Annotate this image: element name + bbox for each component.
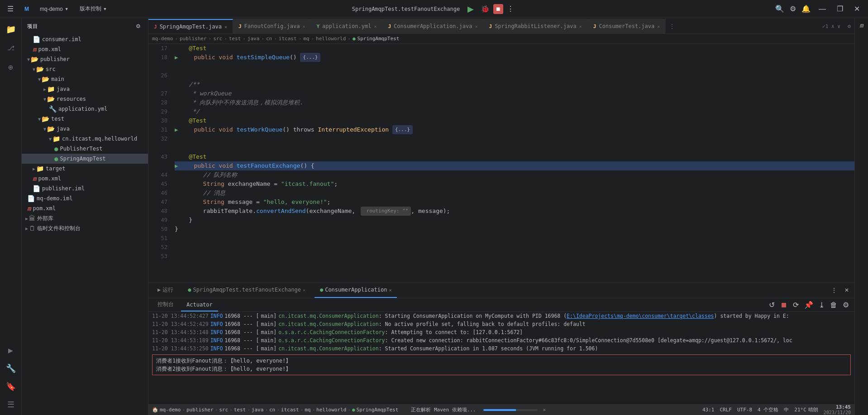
tree-item-external-libs[interactable]: ▶ 🏛 外部库 bbox=[22, 213, 148, 223]
breadcrumb-cn[interactable]: cn bbox=[266, 36, 272, 42]
vcs-menu-button[interactable]: 版本控制 ▼ bbox=[76, 3, 111, 14]
gutter-run-32[interactable]: ▶ bbox=[175, 125, 178, 134]
settings-console-button[interactable]: ⚙ bbox=[841, 299, 851, 311]
console-tab[interactable]: 控制台 bbox=[152, 298, 179, 311]
status-cancel-icon[interactable]: ✕ bbox=[543, 407, 546, 413]
bottom-tab-consumer-app[interactable]: ● ConsumerApplication ✕ bbox=[315, 283, 397, 298]
sidebar-gear-icon[interactable]: ⚙ bbox=[134, 21, 143, 31]
tree-item-scratch[interactable]: ▶ 🗒 临时文件和控制台 bbox=[22, 223, 148, 233]
tab-close-3[interactable]: ✕ bbox=[374, 24, 377, 29]
debug-button[interactable]: 🐞 bbox=[479, 3, 491, 15]
gutter-run-18[interactable]: ▶ bbox=[175, 53, 178, 62]
bottom-panel-close-button[interactable]: ✕ bbox=[843, 285, 851, 295]
tab-settings-button[interactable]: ⚙ bbox=[844, 19, 854, 33]
breadcrumb-file[interactable]: ● SpringAmqpTest bbox=[353, 36, 399, 42]
log-class-5[interactable]: cn.itcast.mq.ConsumerApplication bbox=[278, 344, 379, 353]
status-position[interactable]: 43:1 bbox=[702, 407, 715, 413]
tree-item-src[interactable]: ▼ 📂 src bbox=[22, 64, 148, 74]
activity-item-more[interactable]: ⊕ bbox=[2, 58, 20, 76]
tab-consumer-test[interactable]: J ConsumerTest.java ✕ bbox=[588, 19, 666, 33]
run-tab-close-1[interactable]: ✕ bbox=[303, 288, 305, 292]
tree-item-consumer-iml[interactable]: 📄 consumer.iml bbox=[22, 34, 148, 44]
minimize-button[interactable]: — bbox=[814, 2, 830, 16]
run-tab-close-2[interactable]: ✕ bbox=[389, 288, 391, 292]
tab-consumer-app[interactable]: J ConsumerApplication.java ✕ bbox=[382, 19, 483, 33]
status-lang[interactable]: 中 bbox=[784, 406, 789, 413]
status-line-sep[interactable]: CRLF bbox=[720, 407, 732, 413]
breadcrumb-mq-demo[interactable]: mq-demo bbox=[152, 36, 173, 42]
notification-button[interactable]: 🔔 bbox=[800, 3, 812, 15]
activity-item-run[interactable]: ▶ bbox=[2, 341, 20, 359]
bottom-panel-more-button[interactable]: ⋮ bbox=[829, 285, 839, 296]
restart-button[interactable]: ↺ bbox=[767, 299, 777, 311]
tree-item-publisher-iml[interactable]: 📄 publisher.iml bbox=[22, 184, 148, 193]
gutter-run-45[interactable]: ▶ bbox=[175, 161, 178, 170]
stop-button[interactable]: ⏹ bbox=[493, 4, 503, 14]
more-run-button[interactable]: ⋮ bbox=[505, 3, 516, 15]
activity-item-structure[interactable]: ☰ bbox=[2, 395, 20, 413]
activity-item-bookmark[interactable]: 🔖 bbox=[2, 377, 20, 395]
breadcrumb-itcast[interactable]: itcast bbox=[279, 36, 297, 42]
clear-button[interactable]: 🗑 bbox=[828, 299, 839, 311]
tree-item-publisher[interactable]: ▼ 📂 publisher bbox=[22, 54, 148, 64]
tab-pin-button[interactable]: ✓1 ∧ ∨ bbox=[819, 19, 844, 33]
tab-close-1[interactable]: ✕ bbox=[224, 24, 227, 29]
search-button[interactable]: 🔍 bbox=[773, 3, 786, 15]
activity-item-git[interactable]: ⎇ bbox=[2, 39, 20, 57]
tab-close-6[interactable]: ✕ bbox=[657, 24, 660, 29]
tree-item-pom-xml-2[interactable]: m pom.xml bbox=[22, 174, 148, 184]
breadcrumb-helloworld[interactable]: helloworld bbox=[316, 36, 346, 42]
bottom-tab-spring-fanout[interactable]: ● SpringAmqpTest.testFanoutExchange ✕ bbox=[182, 283, 311, 298]
stop-console-button[interactable]: ⏹ bbox=[778, 299, 789, 311]
log-link-1[interactable]: E:\IdeaProjects\mq-demo\consumer\target\… bbox=[567, 312, 714, 320]
tree-item-pom-xml-1[interactable]: m pom.xml bbox=[22, 44, 148, 54]
app-menu-button[interactable]: ☰ bbox=[4, 3, 17, 15]
tree-item-resources[interactable]: ▼ 📂 resources bbox=[22, 94, 148, 104]
log-class-2[interactable]: cn.itcast.mq.ConsumerApplication bbox=[278, 320, 379, 328]
tree-item-java[interactable]: ▶ 📁 java bbox=[22, 84, 148, 94]
actuator-tab[interactable]: Actuator bbox=[181, 298, 218, 311]
pin-tab-button[interactable]: 📌 bbox=[802, 299, 815, 311]
run-button[interactable]: ▶ bbox=[464, 3, 477, 15]
tab-close-2[interactable]: ✕ bbox=[302, 24, 305, 29]
tab-spring-rabbit[interactable]: J SpringRabbitListener.java ✕ bbox=[484, 19, 588, 33]
scroll-end-button[interactable]: ⤓ bbox=[817, 299, 826, 311]
tab-close-5[interactable]: ✕ bbox=[579, 24, 582, 29]
close-button[interactable]: ✕ bbox=[849, 2, 864, 16]
status-encoding[interactable]: UTF-8 bbox=[737, 407, 752, 413]
tree-item-cn-package[interactable]: ▼ 📁 cn.itcast.mq.helloworld bbox=[22, 134, 148, 144]
tree-item-publisher-test[interactable]: ● PublisherTest bbox=[22, 144, 148, 154]
log-class-3[interactable]: o.s.a.r.c.CachingConnectionFactory bbox=[278, 328, 385, 336]
activity-item-debug2[interactable]: 🔧 bbox=[2, 359, 20, 377]
project-menu-button[interactable]: mq-demo ▼ bbox=[36, 4, 72, 14]
breadcrumb-src[interactable]: src bbox=[213, 36, 222, 42]
tree-item-target[interactable]: ▶ 📁 target bbox=[22, 164, 148, 174]
tab-application-yml[interactable]: Y application.yml ✕ bbox=[311, 19, 382, 33]
tab-spring-amqp[interactable]: J SpringAmqpTest.java ✕ bbox=[148, 19, 233, 33]
tree-item-pom-xml-3[interactable]: m pom.xml bbox=[22, 203, 148, 213]
tree-item-main[interactable]: ▼ 📂 main bbox=[22, 74, 148, 84]
tab-fanout-config[interactable]: J FanoutConfig.java ✕ bbox=[233, 19, 311, 33]
breadcrumb-java[interactable]: java bbox=[248, 36, 260, 42]
rerun-button[interactable]: ⟳ bbox=[791, 299, 801, 311]
maximize-button[interactable]: ❐ bbox=[832, 2, 848, 16]
log-class-4[interactable]: o.s.a.r.c.CachingConnectionFactory bbox=[278, 336, 385, 344]
status-project-path[interactable]: 🏠 mq-demo › publisher › src › test › jav… bbox=[152, 407, 398, 413]
breadcrumb-mq[interactable]: mq bbox=[303, 36, 309, 42]
tree-item-test[interactable]: ▼ 📂 test bbox=[22, 114, 148, 124]
status-indent[interactable]: 4 个空格 bbox=[758, 406, 778, 413]
breadcrumb-publisher[interactable]: publisher bbox=[180, 36, 207, 42]
breadcrumb-test[interactable]: test bbox=[229, 36, 241, 42]
tree-item-mq-demo-iml[interactable]: 📄 mq-demo.iml bbox=[22, 193, 148, 203]
code-content[interactable]: @Test ▶ public void testSimpleQueue() {.… bbox=[171, 44, 854, 282]
tree-item-java2[interactable]: ▼ 📂 java bbox=[22, 124, 148, 134]
tab-close-4[interactable]: ✕ bbox=[475, 24, 477, 29]
activity-item-project[interactable]: 📁 bbox=[2, 20, 20, 38]
tree-item-app-yml[interactable]: 🔧 application.yml bbox=[22, 104, 148, 114]
tree-item-spring-amqp-test[interactable]: ● SpringAmqpTest bbox=[22, 154, 148, 164]
bottom-tab-run[interactable]: ▶ 运行 bbox=[152, 283, 179, 298]
log-class-1[interactable]: cn.itcast.mq.ConsumerApplication bbox=[278, 312, 379, 320]
right-icon-m[interactable]: m bbox=[856, 20, 867, 31]
settings-button[interactable]: ⚙ bbox=[788, 3, 798, 15]
tab-more-button[interactable]: ⋮ bbox=[666, 19, 678, 33]
